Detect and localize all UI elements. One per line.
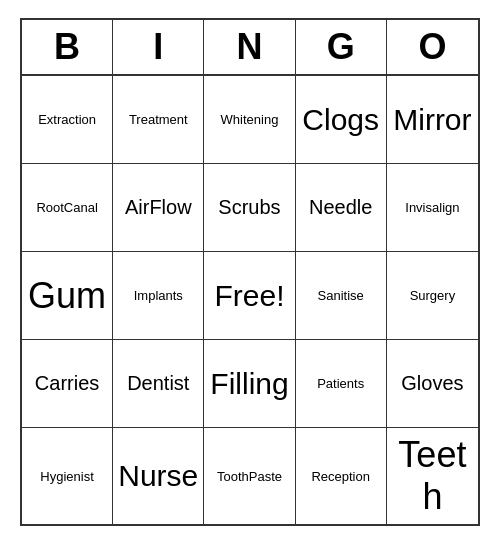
bingo-header: BINGO <box>22 20 478 76</box>
bingo-cell: Sanitise <box>296 252 387 340</box>
cell-text: Dentist <box>127 372 189 395</box>
cell-text: Nurse <box>118 459 198 493</box>
bingo-cell: Nurse <box>113 428 204 524</box>
bingo-cell: Gum <box>22 252 113 340</box>
header-cell: B <box>22 20 113 74</box>
cell-text: Patients <box>317 376 364 391</box>
bingo-cell: Scrubs <box>204 164 295 252</box>
cell-text: Carries <box>35 372 99 395</box>
cell-text: RootCanal <box>36 200 97 215</box>
cell-text: Scrubs <box>218 196 280 219</box>
cell-text: Teeth <box>391 434 474 518</box>
header-cell: O <box>387 20 478 74</box>
bingo-cell: Invisalign <box>387 164 478 252</box>
cell-text: Gloves <box>401 372 463 395</box>
bingo-cell: Dentist <box>113 340 204 428</box>
bingo-cell: Teeth <box>387 428 478 524</box>
bingo-cell: AirFlow <box>113 164 204 252</box>
bingo-cell: Patients <box>296 340 387 428</box>
cell-text: Invisalign <box>405 200 459 215</box>
cell-text: Surgery <box>410 288 456 303</box>
bingo-cell: Gloves <box>387 340 478 428</box>
header-cell: G <box>296 20 387 74</box>
cell-text: Needle <box>309 196 372 219</box>
bingo-cell: ToothPaste <box>204 428 295 524</box>
cell-text: Treatment <box>129 112 188 127</box>
cell-text: Clogs <box>302 103 379 137</box>
bingo-cell: Implants <box>113 252 204 340</box>
bingo-grid: ExtractionTreatmentWhiteningClogsMirrorR… <box>22 76 478 524</box>
cell-text: Hygienist <box>40 469 93 484</box>
bingo-cell: Hygienist <box>22 428 113 524</box>
cell-text: Reception <box>311 469 370 484</box>
bingo-cell: Mirror <box>387 76 478 164</box>
bingo-cell: Reception <box>296 428 387 524</box>
bingo-card: BINGO ExtractionTreatmentWhiteningClogsM… <box>20 18 480 526</box>
cell-text: Filling <box>210 367 288 401</box>
cell-text: AirFlow <box>125 196 192 219</box>
cell-text: Implants <box>134 288 183 303</box>
bingo-cell: Free! <box>204 252 295 340</box>
bingo-cell: Carries <box>22 340 113 428</box>
cell-text: Whitening <box>221 112 279 127</box>
bingo-cell: RootCanal <box>22 164 113 252</box>
cell-text: Gum <box>28 275 106 317</box>
header-cell: I <box>113 20 204 74</box>
cell-text: Sanitise <box>318 288 364 303</box>
bingo-cell: Needle <box>296 164 387 252</box>
cell-text: Mirror <box>393 103 471 137</box>
bingo-cell: Extraction <box>22 76 113 164</box>
cell-text: Free! <box>214 279 284 313</box>
bingo-cell: Treatment <box>113 76 204 164</box>
bingo-cell: Filling <box>204 340 295 428</box>
bingo-cell: Clogs <box>296 76 387 164</box>
cell-text: Extraction <box>38 112 96 127</box>
bingo-cell: Surgery <box>387 252 478 340</box>
header-cell: N <box>204 20 295 74</box>
bingo-cell: Whitening <box>204 76 295 164</box>
cell-text: ToothPaste <box>217 469 282 484</box>
